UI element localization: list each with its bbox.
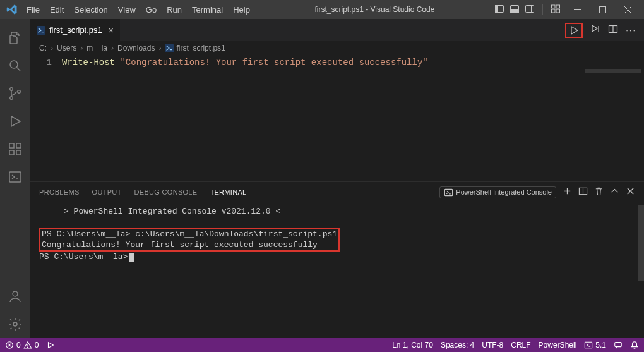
svg-rect-3	[511, 9, 519, 13]
activity-bar	[0, 19, 30, 338]
line-number: 1	[30, 56, 62, 69]
svg-rect-10	[599, 6, 605, 13]
code-token-command: Write-Host	[62, 58, 115, 68]
window-title: first_script.ps1 - Visual Studio Code	[255, 5, 494, 14]
minimap-overlay[interactable]	[585, 69, 641, 73]
terminal-line: PS C:\Users\m__la> c:\Users\m__la\Downlo…	[42, 229, 337, 239]
status-feedback-icon[interactable]	[614, 341, 623, 349]
bottom-panel: PROBLEMS OUTPUT DEBUG CONSOLE TERMINAL P…	[30, 181, 644, 338]
accounts-icon[interactable]	[0, 282, 30, 310]
separator	[542, 4, 543, 15]
extensions-icon[interactable]	[0, 135, 30, 163]
svg-point-14	[18, 90, 20, 93]
status-powershell-version[interactable]: 5.1	[584, 341, 606, 349]
close-button[interactable]	[615, 0, 640, 19]
toggle-panel-bottom-icon[interactable]	[510, 4, 520, 16]
status-language-mode[interactable]: PowerShell	[539, 341, 577, 349]
vscode-logo-icon	[6, 4, 18, 15]
status-errors-count: 0	[16, 341, 21, 349]
powershell-terminal-icon	[444, 188, 453, 197]
tab-close-icon[interactable]: ×	[109, 25, 114, 35]
code-token-string: "Congratulations! Your first script exec…	[120, 58, 427, 68]
panel-tab-problems[interactable]: PROBLEMS	[39, 185, 80, 200]
panel-scrollbar[interactable]	[638, 205, 644, 281]
editor-empty-space[interactable]	[30, 69, 644, 181]
svg-rect-7	[556, 5, 560, 8]
menu-selection[interactable]: Selection	[69, 3, 112, 17]
tab-filename: first_script.ps1	[49, 25, 102, 35]
panel-tab-terminal[interactable]: TERMINAL	[210, 185, 246, 200]
code-editor[interactable]: 1 Write-Host "Congratulations! Your firs…	[30, 55, 644, 69]
panel-tab-output[interactable]: OUTPUT	[92, 185, 122, 200]
terminal-output[interactable]: =====> PowerShell Integrated Console v20…	[30, 202, 644, 338]
minimize-button[interactable]	[564, 0, 590, 19]
breadcrumb-segment[interactable]: m__la	[86, 44, 107, 52]
svg-rect-18	[16, 143, 21, 148]
menu-edit[interactable]: Edit	[45, 3, 69, 17]
breadcrumb-file[interactable]: first_script.ps1	[176, 44, 225, 52]
customize-layout-icon[interactable]	[551, 4, 561, 16]
status-warnings-count: 0	[35, 341, 39, 349]
powershell-console-icon[interactable]	[0, 163, 30, 191]
main-menu: File Edit Selection View Go Run Terminal…	[21, 3, 255, 17]
terminal-profile-dropdown[interactable]: PowerShell Integrated Console	[439, 186, 556, 198]
status-errors[interactable]: 0 0	[5, 341, 39, 349]
svg-rect-8	[552, 9, 556, 13]
split-terminal-icon[interactable]	[578, 186, 588, 198]
svg-point-12	[10, 88, 13, 90]
panel-tab-debug-console[interactable]: DEBUG CONSOLE	[134, 185, 198, 200]
menu-go[interactable]: Go	[141, 3, 162, 17]
svg-point-30	[27, 347, 28, 348]
editor-tab-active[interactable]: first_script.ps1 ×	[30, 19, 120, 41]
powershell-file-icon	[165, 44, 174, 52]
run-script-button[interactable]	[565, 23, 583, 38]
svg-rect-1	[496, 5, 498, 12]
status-cursor-position[interactable]: Ln 1, Col 70	[392, 341, 433, 349]
svg-point-13	[10, 97, 13, 99]
menu-file[interactable]: File	[21, 3, 45, 17]
explorer-icon[interactable]	[0, 24, 30, 52]
status-run-indicator[interactable]	[46, 341, 55, 349]
svg-rect-17	[16, 150, 21, 155]
settings-gear-icon[interactable]	[0, 310, 30, 338]
menu-view[interactable]: View	[113, 3, 141, 17]
toggle-panel-left-icon[interactable]	[494, 4, 504, 16]
toggle-panel-right-icon[interactable]	[525, 4, 535, 16]
breadcrumb[interactable]: C:› Users› m__la› Downloads› first_scrip…	[30, 41, 644, 55]
source-control-icon[interactable]	[0, 80, 30, 107]
svg-rect-6	[552, 5, 556, 8]
status-encoding[interactable]: UTF-8	[482, 341, 503, 349]
maximize-panel-icon[interactable]	[610, 186, 619, 198]
search-icon[interactable]	[0, 52, 30, 80]
svg-rect-16	[9, 150, 14, 155]
editor-tab-bar: first_script.ps1 × ···	[30, 19, 644, 41]
svg-point-21	[13, 322, 17, 326]
breadcrumb-segment[interactable]: Users	[57, 44, 76, 52]
kill-terminal-icon[interactable]	[594, 186, 604, 198]
terminal-line: =====> PowerShell Integrated Console v20…	[39, 207, 305, 216]
maximize-button[interactable]	[590, 0, 615, 19]
status-notifications-icon[interactable]	[630, 341, 639, 349]
status-indentation[interactable]: Spaces: 4	[441, 341, 474, 349]
split-editor-icon[interactable]	[608, 24, 618, 36]
more-actions-icon[interactable]: ···	[626, 25, 636, 35]
menu-terminal[interactable]: Terminal	[187, 3, 228, 17]
menu-help[interactable]: Help	[228, 3, 255, 17]
terminal-prompt: PS C:\Users\m__la>	[39, 252, 128, 262]
svg-rect-32	[615, 343, 622, 347]
close-panel-icon[interactable]	[626, 186, 635, 198]
new-terminal-icon[interactable]	[563, 186, 572, 198]
svg-rect-9	[556, 9, 560, 13]
terminal-cursor	[129, 253, 134, 262]
svg-point-20	[13, 291, 18, 296]
breadcrumb-segment[interactable]: Downloads	[117, 44, 155, 52]
run-selection-icon[interactable]	[590, 24, 600, 36]
status-ps-version-value: 5.1	[595, 341, 606, 349]
menu-run[interactable]: Run	[162, 3, 187, 17]
status-eol[interactable]: CRLF	[511, 341, 530, 349]
run-debug-icon[interactable]	[0, 107, 30, 135]
terminal-line: Congratulations! Your first script execu…	[42, 240, 318, 250]
terminal-profile-label: PowerShell Integrated Console	[456, 188, 552, 196]
svg-rect-15	[9, 143, 14, 148]
breadcrumb-segment[interactable]: C:	[39, 44, 47, 52]
